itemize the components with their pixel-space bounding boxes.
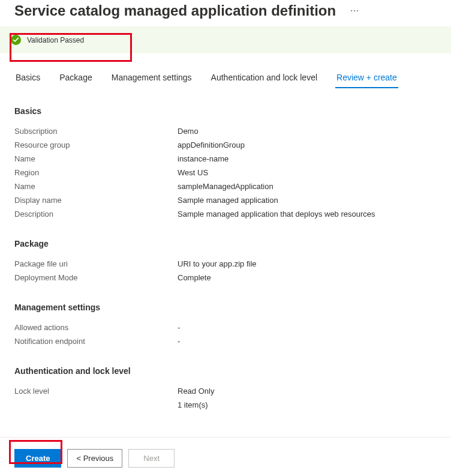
row-deployment-mode: Deployment Mode Complete [14, 271, 437, 285]
page-title: Service catalog managed application defi… [14, 2, 336, 19]
tab-management[interactable]: Management settings [110, 68, 193, 88]
footer: Create < Previous Next [0, 449, 451, 468]
row-description: Description Sample managed application t… [14, 207, 437, 221]
next-button: Next [128, 449, 175, 468]
label-items [14, 400, 178, 409]
label-resource-group: Resource group [14, 140, 178, 149]
row-notification-endpoint: Notification endpoint - [14, 334, 437, 348]
label-deployment-mode: Deployment Mode [14, 273, 178, 282]
value-lock-level: Read Only [178, 387, 214, 396]
row-lock-level: Lock level Read Only [14, 384, 437, 398]
value-display-name: Sample managed application [178, 196, 278, 205]
section-heading-auth: Authentication and lock level [14, 366, 437, 376]
row-resource-group: Resource group appDefinitionGroup [14, 138, 437, 152]
section-heading-basics: Basics [14, 106, 437, 116]
label-notification-endpoint: Notification endpoint [14, 337, 178, 346]
footer-divider [0, 437, 451, 438]
value-allowed-actions: - [178, 323, 180, 332]
label-file-uri: Package file uri [14, 259, 178, 268]
row-name2: Name sampleManagedApplication [14, 179, 437, 193]
tabs-container: Basics Package Management settings Authe… [0, 65, 451, 88]
label-region: Region [14, 168, 178, 177]
value-notification-endpoint: - [178, 337, 180, 346]
value-deployment-mode: Complete [178, 273, 211, 282]
value-region: West US [178, 168, 208, 177]
tab-package[interactable]: Package [58, 68, 93, 88]
value-description: Sample managed application that deploys … [178, 209, 375, 218]
value-name1: instance-name [178, 154, 228, 163]
label-name1: Name [14, 154, 178, 163]
label-name2: Name [14, 182, 178, 191]
section-basics: Basics Subscription Demo Resource group … [14, 106, 437, 221]
section-management: Management settings Allowed actions - No… [14, 303, 437, 348]
row-subscription: Subscription Demo [14, 124, 437, 138]
row-allowed-actions: Allowed actions - [14, 321, 437, 334]
value-name2: sampleManagedApplication [178, 182, 273, 191]
tab-review[interactable]: Review + create [335, 68, 398, 88]
value-resource-group: appDefinitionGroup [178, 140, 245, 149]
highlight-box-create [9, 440, 62, 464]
section-heading-package: Package [14, 239, 437, 249]
label-allowed-actions: Allowed actions [14, 323, 178, 332]
tab-auth[interactable]: Authentication and lock level [210, 68, 318, 88]
section-heading-management: Management settings [14, 303, 437, 312]
tab-basics[interactable]: Basics [14, 68, 41, 88]
highlight-box-validation [10, 33, 132, 62]
section-auth: Authentication and lock level Lock level… [14, 366, 437, 412]
label-subscription: Subscription [14, 127, 178, 136]
value-subscription: Demo [178, 127, 199, 136]
row-file-uri: Package file uri URI to your app.zip fil… [14, 257, 437, 271]
label-display-name: Display name [14, 196, 178, 205]
row-display-name: Display name Sample managed application [14, 193, 437, 207]
label-lock-level: Lock level [14, 387, 178, 396]
row-name1: Name instance-name [14, 152, 437, 166]
row-region: Region West US [14, 166, 437, 179]
label-description: Description [14, 209, 178, 218]
section-package: Package Package file uri URI to your app… [14, 239, 437, 285]
previous-button[interactable]: < Previous [67, 449, 122, 468]
value-items: 1 item(s) [178, 400, 208, 409]
value-file-uri: URI to your app.zip file [178, 259, 257, 268]
more-icon[interactable]: ⋯ [350, 6, 359, 16]
row-items: 1 item(s) [14, 398, 437, 412]
